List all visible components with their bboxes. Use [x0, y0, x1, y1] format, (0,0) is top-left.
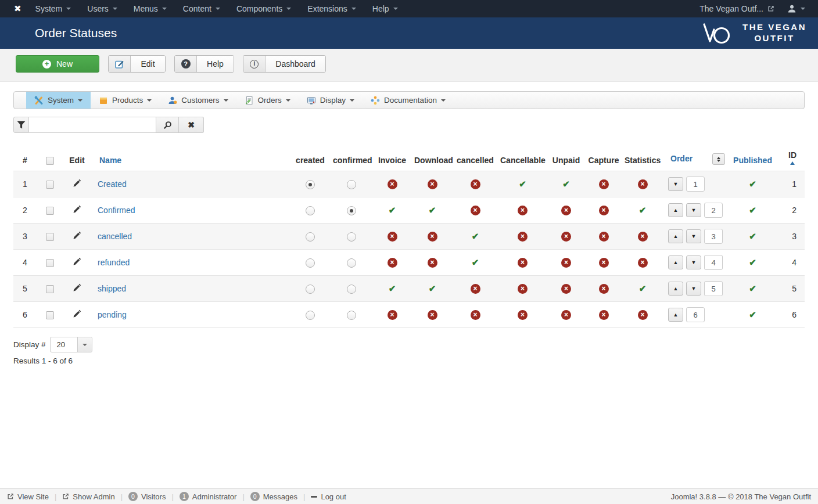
order-up-button[interactable]: ▲ — [668, 203, 683, 217]
unpaid-disabled-icon[interactable]: × — [561, 206, 571, 215]
component-nav-products[interactable]: Products — [91, 92, 160, 109]
display-limit-select[interactable]: 20 — [50, 337, 92, 352]
download-enabled-icon[interactable]: ✔ — [429, 205, 436, 215]
statistics-enabled-icon[interactable]: ✔ — [639, 283, 647, 293]
admin-menu-system[interactable]: System — [27, 0, 80, 17]
capture-disabled-icon[interactable]: × — [599, 179, 609, 189]
download-disabled-icon[interactable]: × — [428, 310, 437, 320]
status-name-link[interactable]: pending — [91, 310, 127, 319]
user-menu[interactable] — [787, 4, 809, 13]
edit-pencil-icon[interactable] — [73, 179, 81, 188]
cancellable-enabled-icon[interactable]: ✔ — [519, 179, 526, 189]
order-down-button[interactable]: ▼ — [686, 203, 701, 217]
sort-by-name-link[interactable]: Name — [93, 156, 121, 165]
order-up-button[interactable]: ▲ — [668, 255, 683, 269]
statistics-enabled-icon[interactable]: ✔ — [639, 205, 647, 215]
order-up-button[interactable]: ▲ — [668, 308, 683, 322]
created-radio[interactable] — [306, 206, 315, 215]
capture-disabled-icon[interactable]: × — [599, 310, 609, 320]
capture-disabled-icon[interactable]: × — [599, 284, 609, 294]
confirmed-radio[interactable] — [347, 232, 356, 242]
invoice-disabled-icon[interactable]: × — [388, 179, 397, 189]
confirmed-radio[interactable] — [347, 258, 356, 268]
admin-menu-menus[interactable]: Menus — [125, 0, 175, 17]
unpaid-disabled-icon[interactable]: × — [561, 310, 571, 320]
published-enabled-icon[interactable]: ✔ — [749, 309, 756, 319]
edit-pencil-icon[interactable] — [73, 283, 81, 292]
status-name-link[interactable]: refunded — [91, 258, 130, 267]
row-checkbox[interactable] — [46, 233, 54, 241]
order-down-button[interactable]: ▼ — [686, 282, 701, 296]
created-radio[interactable] — [306, 311, 315, 320]
search-button[interactable] — [156, 117, 179, 133]
cancellable-disabled-icon[interactable]: × — [518, 310, 528, 320]
admin-menu-content[interactable]: Content — [175, 0, 228, 17]
sort-by-published-link[interactable]: Published — [733, 156, 772, 165]
statistics-disabled-icon[interactable]: × — [638, 258, 648, 268]
status-name-link[interactable]: cancelled — [91, 232, 132, 241]
edit-pencil-icon[interactable] — [73, 205, 81, 214]
created-radio[interactable] — [306, 258, 315, 268]
invoice-disabled-icon[interactable]: × — [388, 232, 397, 242]
cancelled-disabled-icon[interactable]: × — [471, 284, 480, 294]
published-enabled-icon[interactable]: ✔ — [749, 283, 756, 293]
visitors-link[interactable]: 0 Visitors — [128, 492, 166, 501]
admin-menu-users[interactable]: Users — [79, 0, 125, 17]
invoice-enabled-icon[interactable]: ✔ — [389, 205, 396, 215]
cancelled-disabled-icon[interactable]: × — [471, 179, 480, 189]
unpaid-disabled-icon[interactable]: × — [561, 258, 571, 268]
cancellable-disabled-icon[interactable]: × — [518, 284, 528, 294]
cancellable-disabled-icon[interactable]: × — [518, 258, 528, 268]
row-checkbox[interactable] — [46, 181, 54, 189]
order-value-input[interactable] — [704, 229, 723, 244]
invoice-enabled-icon[interactable]: ✔ — [389, 283, 396, 293]
component-nav-system[interactable]: System — [26, 92, 91, 109]
order-up-button[interactable]: ▲ — [668, 229, 683, 243]
cancelled-enabled-icon[interactable]: ✔ — [472, 257, 479, 267]
save-order-button[interactable] — [712, 153, 725, 165]
created-radio[interactable] — [306, 285, 315, 294]
download-enabled-icon[interactable]: ✔ — [429, 283, 436, 293]
admin-menu-help[interactable]: Help — [364, 0, 406, 17]
order-value-input[interactable] — [686, 307, 705, 322]
unpaid-enabled-icon[interactable]: ✔ — [562, 179, 570, 189]
download-disabled-icon[interactable]: × — [428, 232, 437, 242]
status-name-link[interactable]: shipped — [91, 284, 126, 293]
confirmed-radio[interactable] — [347, 285, 356, 294]
cancelled-disabled-icon[interactable]: × — [471, 206, 480, 215]
confirmed-radio[interactable] — [347, 180, 356, 189]
unpaid-disabled-icon[interactable]: × — [561, 232, 571, 242]
filter-button[interactable] — [13, 117, 29, 133]
order-value-input[interactable] — [704, 281, 723, 296]
order-up-button[interactable]: ▲ — [668, 282, 683, 296]
edit-button[interactable]: Edit — [108, 55, 165, 73]
capture-disabled-icon[interactable]: × — [599, 258, 609, 268]
order-down-button[interactable]: ▼ — [686, 255, 701, 269]
view-site-link[interactable]: View Site — [7, 492, 49, 501]
search-input[interactable] — [29, 117, 156, 133]
published-enabled-icon[interactable]: ✔ — [749, 231, 756, 241]
download-disabled-icon[interactable]: × — [428, 258, 437, 268]
statistics-disabled-icon[interactable]: × — [638, 310, 648, 320]
status-name-link[interactable]: Confirmed — [91, 206, 135, 215]
new-button[interactable]: + New — [16, 55, 99, 73]
cancelled-disabled-icon[interactable]: × — [471, 310, 480, 320]
statistics-disabled-icon[interactable]: × — [638, 179, 648, 189]
row-checkbox[interactable] — [46, 207, 54, 215]
download-disabled-icon[interactable]: × — [428, 179, 437, 189]
published-enabled-icon[interactable]: ✔ — [749, 179, 756, 189]
row-checkbox[interactable] — [46, 285, 54, 293]
unpaid-disabled-icon[interactable]: × — [561, 284, 571, 294]
statistics-disabled-icon[interactable]: × — [638, 232, 648, 242]
confirmed-radio[interactable] — [347, 311, 356, 320]
edit-pencil-icon[interactable] — [73, 309, 81, 318]
admin-menu-extensions[interactable]: Extensions — [299, 0, 364, 17]
messages-link[interactable]: 0 Messages — [250, 492, 297, 501]
sort-by-id-link[interactable]: ID — [788, 150, 797, 160]
cancellable-disabled-icon[interactable]: × — [518, 206, 528, 215]
logout-link[interactable]: Log out — [311, 492, 346, 501]
published-enabled-icon[interactable]: ✔ — [749, 257, 756, 267]
status-name-link[interactable]: Created — [91, 179, 127, 189]
cancellable-disabled-icon[interactable]: × — [518, 232, 528, 242]
capture-disabled-icon[interactable]: × — [599, 206, 609, 215]
